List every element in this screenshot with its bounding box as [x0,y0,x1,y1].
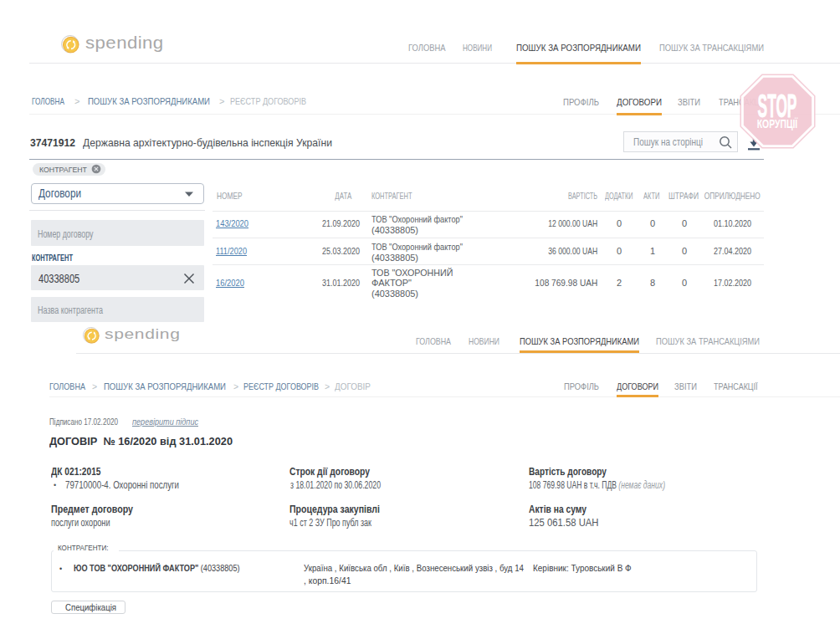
svg-text:КОРУПЦІЇ: КОРУПЦІЇ [757,116,798,130]
